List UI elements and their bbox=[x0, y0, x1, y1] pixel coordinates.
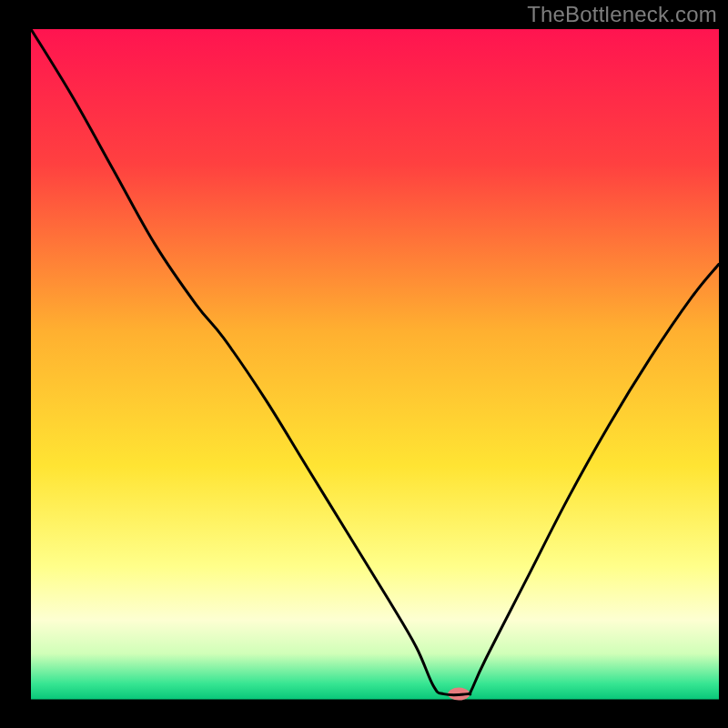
chart-frame: TheBottleneck.com bbox=[0, 0, 728, 728]
watermark-text: TheBottleneck.com bbox=[527, 2, 717, 27]
bottleneck-chart bbox=[0, 0, 728, 728]
plot-background bbox=[31, 29, 719, 701]
